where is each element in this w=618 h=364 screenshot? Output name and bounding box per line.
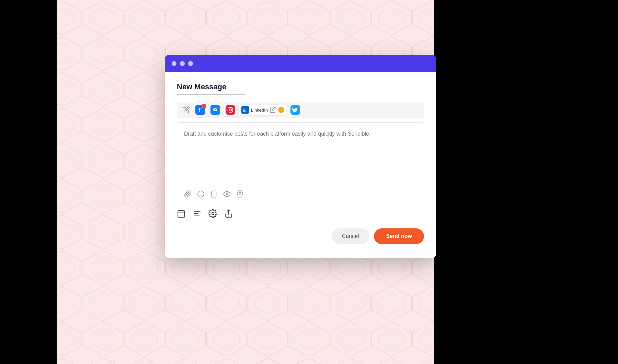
- svg-point-31: [212, 213, 214, 215]
- media-button[interactable]: [210, 190, 218, 198]
- compose-toolbar: [177, 186, 424, 202]
- svg-point-13: [198, 191, 204, 197]
- linkedin-icon: in: [241, 106, 249, 114]
- compose-area: [177, 122, 424, 202]
- window-dot-2: [180, 61, 185, 66]
- cancel-button[interactable]: Cancel: [332, 228, 369, 244]
- svg-point-9: [232, 108, 232, 109]
- action-buttons: Cancel Send now: [177, 221, 424, 248]
- tab-instagram[interactable]: [224, 104, 237, 116]
- location-button[interactable]: [236, 190, 244, 198]
- svg-rect-24: [178, 211, 185, 217]
- send-now-button[interactable]: Send now: [374, 228, 424, 244]
- attachment-button[interactable]: [184, 190, 192, 198]
- emoji-button[interactable]: [197, 190, 205, 198]
- linkedin-edit-icon: [270, 107, 276, 113]
- instagram-icon: [226, 105, 235, 115]
- bottom-toolbar: [177, 202, 424, 221]
- window-dot-3: [188, 61, 193, 66]
- linkedin-label: LinkedIn: [251, 107, 268, 113]
- tab-linkedin[interactable]: in LinkedIn !: [239, 105, 287, 115]
- tab-twitter[interactable]: [288, 104, 302, 116]
- svg-point-19: [227, 194, 227, 194]
- twitter-icon: [290, 105, 300, 115]
- left-sidebar: [0, 0, 57, 364]
- svg-text:in: in: [243, 108, 247, 113]
- calendar-button[interactable]: [177, 209, 186, 218]
- facebook-icon: f !: [195, 105, 205, 115]
- export-button[interactable]: [224, 209, 233, 218]
- svg-rect-16: [212, 191, 216, 197]
- tab-bluesky[interactable]: [208, 104, 222, 116]
- preview-button[interactable]: [223, 190, 231, 198]
- title-divider: [177, 94, 245, 95]
- platform-tabs-bar: f !: [177, 102, 424, 118]
- bluesky-icon: [210, 105, 220, 115]
- lists-button[interactable]: [193, 209, 202, 218]
- tab-all[interactable]: [180, 105, 192, 115]
- svg-line-22: [228, 192, 228, 193]
- svg-rect-6: [226, 105, 235, 115]
- tab-facebook[interactable]: f !: [193, 104, 207, 116]
- modal-title: New Message: [177, 82, 424, 91]
- linkedin-info-icon: !: [278, 107, 284, 113]
- window-dot-1: [172, 61, 176, 66]
- right-sidebar: [434, 0, 618, 364]
- svg-point-23: [239, 192, 241, 194]
- facebook-warning-badge: !: [202, 104, 206, 109]
- settings-button[interactable]: [208, 209, 217, 218]
- modal-titlebar: [165, 55, 436, 72]
- modal-body: New Message f: [165, 72, 436, 258]
- compose-modal: New Message f: [165, 55, 436, 258]
- compose-textarea[interactable]: [177, 123, 424, 184]
- svg-text:f: f: [198, 107, 201, 113]
